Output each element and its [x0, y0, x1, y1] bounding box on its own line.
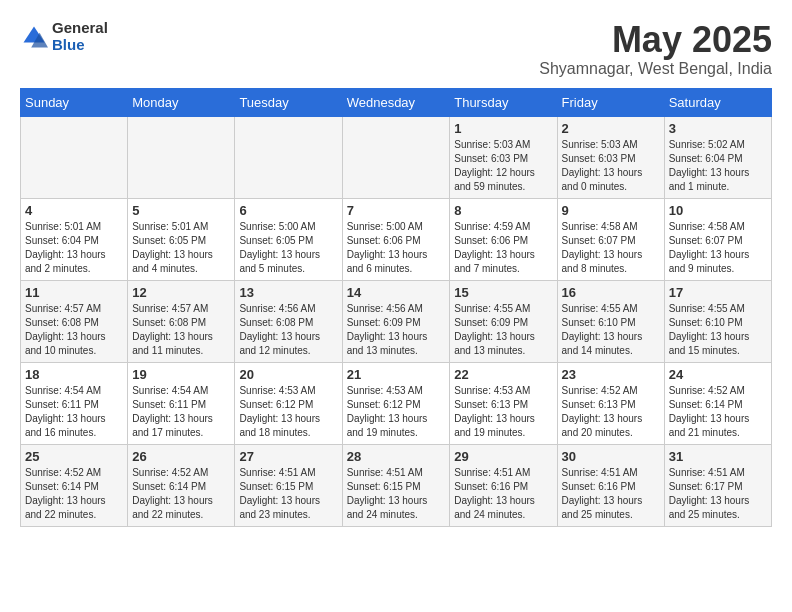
header-cell-saturday: Saturday: [664, 88, 771, 116]
header-cell-monday: Monday: [128, 88, 235, 116]
day-info: Sunrise: 4:51 AM Sunset: 6:15 PM Dayligh…: [347, 466, 446, 522]
day-number: 18: [25, 367, 123, 382]
day-info: Sunrise: 4:52 AM Sunset: 6:14 PM Dayligh…: [25, 466, 123, 522]
day-cell: 30Sunrise: 4:51 AM Sunset: 6:16 PM Dayli…: [557, 444, 664, 526]
day-info: Sunrise: 4:54 AM Sunset: 6:11 PM Dayligh…: [25, 384, 123, 440]
day-info: Sunrise: 5:02 AM Sunset: 6:04 PM Dayligh…: [669, 138, 767, 194]
day-cell: 13Sunrise: 4:56 AM Sunset: 6:08 PM Dayli…: [235, 280, 342, 362]
day-cell: 1Sunrise: 5:03 AM Sunset: 6:03 PM Daylig…: [450, 116, 557, 198]
day-cell: 9Sunrise: 4:58 AM Sunset: 6:07 PM Daylig…: [557, 198, 664, 280]
day-info: Sunrise: 4:59 AM Sunset: 6:06 PM Dayligh…: [454, 220, 552, 276]
day-info: Sunrise: 4:56 AM Sunset: 6:08 PM Dayligh…: [239, 302, 337, 358]
day-number: 26: [132, 449, 230, 464]
day-cell: 18Sunrise: 4:54 AM Sunset: 6:11 PM Dayli…: [21, 362, 128, 444]
day-number: 24: [669, 367, 767, 382]
day-info: Sunrise: 4:58 AM Sunset: 6:07 PM Dayligh…: [669, 220, 767, 276]
day-cell: 3Sunrise: 5:02 AM Sunset: 6:04 PM Daylig…: [664, 116, 771, 198]
day-number: 30: [562, 449, 660, 464]
day-cell: 28Sunrise: 4:51 AM Sunset: 6:15 PM Dayli…: [342, 444, 450, 526]
day-cell: 11Sunrise: 4:57 AM Sunset: 6:08 PM Dayli…: [21, 280, 128, 362]
day-info: Sunrise: 5:00 AM Sunset: 6:06 PM Dayligh…: [347, 220, 446, 276]
day-number: 27: [239, 449, 337, 464]
day-cell: [235, 116, 342, 198]
day-number: 15: [454, 285, 552, 300]
week-row-1: 1Sunrise: 5:03 AM Sunset: 6:03 PM Daylig…: [21, 116, 772, 198]
calendar-subtitle: Shyamnagar, West Bengal, India: [539, 60, 772, 78]
day-cell: 20Sunrise: 4:53 AM Sunset: 6:12 PM Dayli…: [235, 362, 342, 444]
day-cell: 25Sunrise: 4:52 AM Sunset: 6:14 PM Dayli…: [21, 444, 128, 526]
day-info: Sunrise: 4:51 AM Sunset: 6:15 PM Dayligh…: [239, 466, 337, 522]
day-number: 7: [347, 203, 446, 218]
logo-icon: [20, 23, 48, 51]
logo-general-label: General: [52, 20, 108, 37]
day-cell: 4Sunrise: 5:01 AM Sunset: 6:04 PM Daylig…: [21, 198, 128, 280]
day-cell: 5Sunrise: 5:01 AM Sunset: 6:05 PM Daylig…: [128, 198, 235, 280]
day-number: 4: [25, 203, 123, 218]
day-cell: 16Sunrise: 4:55 AM Sunset: 6:10 PM Dayli…: [557, 280, 664, 362]
day-number: 12: [132, 285, 230, 300]
day-cell: 26Sunrise: 4:52 AM Sunset: 6:14 PM Dayli…: [128, 444, 235, 526]
day-cell: 27Sunrise: 4:51 AM Sunset: 6:15 PM Dayli…: [235, 444, 342, 526]
day-info: Sunrise: 4:57 AM Sunset: 6:08 PM Dayligh…: [25, 302, 123, 358]
day-cell: 22Sunrise: 4:53 AM Sunset: 6:13 PM Dayli…: [450, 362, 557, 444]
day-number: 11: [25, 285, 123, 300]
day-number: 22: [454, 367, 552, 382]
day-number: 20: [239, 367, 337, 382]
day-number: 28: [347, 449, 446, 464]
header-cell-thursday: Thursday: [450, 88, 557, 116]
day-number: 2: [562, 121, 660, 136]
day-cell: [128, 116, 235, 198]
day-number: 31: [669, 449, 767, 464]
day-info: Sunrise: 5:00 AM Sunset: 6:05 PM Dayligh…: [239, 220, 337, 276]
day-cell: 31Sunrise: 4:51 AM Sunset: 6:17 PM Dayli…: [664, 444, 771, 526]
day-number: 1: [454, 121, 552, 136]
day-info: Sunrise: 4:52 AM Sunset: 6:13 PM Dayligh…: [562, 384, 660, 440]
day-cell: 6Sunrise: 5:00 AM Sunset: 6:05 PM Daylig…: [235, 198, 342, 280]
day-cell: 12Sunrise: 4:57 AM Sunset: 6:08 PM Dayli…: [128, 280, 235, 362]
header: General Blue May 2025 Shyamnagar, West B…: [20, 20, 772, 78]
day-cell: [342, 116, 450, 198]
day-number: 3: [669, 121, 767, 136]
day-cell: 15Sunrise: 4:55 AM Sunset: 6:09 PM Dayli…: [450, 280, 557, 362]
week-row-2: 4Sunrise: 5:01 AM Sunset: 6:04 PM Daylig…: [21, 198, 772, 280]
day-info: Sunrise: 4:58 AM Sunset: 6:07 PM Dayligh…: [562, 220, 660, 276]
day-number: 5: [132, 203, 230, 218]
header-cell-friday: Friday: [557, 88, 664, 116]
day-number: 14: [347, 285, 446, 300]
day-cell: 19Sunrise: 4:54 AM Sunset: 6:11 PM Dayli…: [128, 362, 235, 444]
day-info: Sunrise: 4:55 AM Sunset: 6:10 PM Dayligh…: [562, 302, 660, 358]
calendar-title: May 2025: [539, 20, 772, 60]
day-info: Sunrise: 5:03 AM Sunset: 6:03 PM Dayligh…: [454, 138, 552, 194]
day-number: 16: [562, 285, 660, 300]
day-info: Sunrise: 4:52 AM Sunset: 6:14 PM Dayligh…: [132, 466, 230, 522]
header-cell-wednesday: Wednesday: [342, 88, 450, 116]
header-row: SundayMondayTuesdayWednesdayThursdayFrid…: [21, 88, 772, 116]
day-number: 10: [669, 203, 767, 218]
day-number: 29: [454, 449, 552, 464]
day-number: 8: [454, 203, 552, 218]
day-cell: [21, 116, 128, 198]
day-cell: 2Sunrise: 5:03 AM Sunset: 6:03 PM Daylig…: [557, 116, 664, 198]
logo: General Blue: [20, 20, 108, 53]
day-cell: 14Sunrise: 4:56 AM Sunset: 6:09 PM Dayli…: [342, 280, 450, 362]
day-info: Sunrise: 5:01 AM Sunset: 6:05 PM Dayligh…: [132, 220, 230, 276]
day-cell: 17Sunrise: 4:55 AM Sunset: 6:10 PM Dayli…: [664, 280, 771, 362]
day-number: 9: [562, 203, 660, 218]
day-number: 13: [239, 285, 337, 300]
day-info: Sunrise: 4:53 AM Sunset: 6:12 PM Dayligh…: [347, 384, 446, 440]
logo-text: General Blue: [52, 20, 108, 53]
day-info: Sunrise: 4:57 AM Sunset: 6:08 PM Dayligh…: [132, 302, 230, 358]
day-info: Sunrise: 4:56 AM Sunset: 6:09 PM Dayligh…: [347, 302, 446, 358]
day-info: Sunrise: 4:52 AM Sunset: 6:14 PM Dayligh…: [669, 384, 767, 440]
day-cell: 23Sunrise: 4:52 AM Sunset: 6:13 PM Dayli…: [557, 362, 664, 444]
week-row-3: 11Sunrise: 4:57 AM Sunset: 6:08 PM Dayli…: [21, 280, 772, 362]
day-cell: 29Sunrise: 4:51 AM Sunset: 6:16 PM Dayli…: [450, 444, 557, 526]
logo-blue-label: Blue: [52, 37, 108, 54]
day-info: Sunrise: 4:53 AM Sunset: 6:13 PM Dayligh…: [454, 384, 552, 440]
day-info: Sunrise: 4:54 AM Sunset: 6:11 PM Dayligh…: [132, 384, 230, 440]
day-cell: 10Sunrise: 4:58 AM Sunset: 6:07 PM Dayli…: [664, 198, 771, 280]
day-number: 25: [25, 449, 123, 464]
day-info: Sunrise: 4:55 AM Sunset: 6:09 PM Dayligh…: [454, 302, 552, 358]
day-info: Sunrise: 4:53 AM Sunset: 6:12 PM Dayligh…: [239, 384, 337, 440]
calendar-table: SundayMondayTuesdayWednesdayThursdayFrid…: [20, 88, 772, 527]
